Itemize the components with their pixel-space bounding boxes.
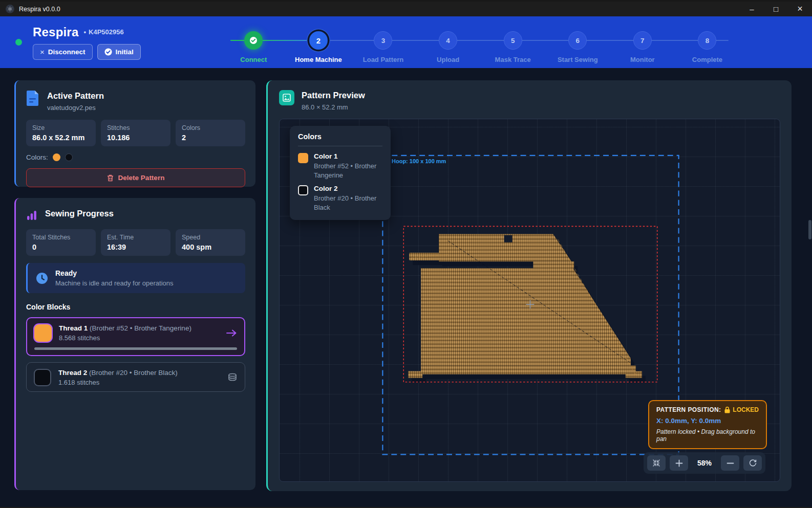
pattern-notch <box>504 235 512 242</box>
active-pattern-title: Active Pattern <box>47 90 104 101</box>
brand-title: Respira <box>33 25 78 39</box>
stat-total-stitches: Total Stitches 0 <box>26 229 96 256</box>
step-number: 4 <box>439 31 457 50</box>
legend-swatch-1 <box>298 153 308 163</box>
stat-colors: Colors 2 <box>176 120 245 146</box>
thread-1-stitch-count: 8.568 stitches <box>59 334 219 342</box>
stat-speed: Speed 400 spm <box>176 229 245 256</box>
thread-1-swatch <box>34 324 52 342</box>
step-upload[interactable]: 4 Upload <box>416 16 481 68</box>
workflow-stepper: Connect 2 Home Machine 3 Load Pattern 4 … <box>221 16 740 68</box>
color-swatch-1 <box>53 153 60 161</box>
x-icon: × <box>40 48 45 56</box>
embroidery-pattern <box>408 234 642 378</box>
minus-icon <box>726 459 734 467</box>
active-pattern-card: Active Pattern valetudogv2.pes Size 86.0… <box>14 80 255 187</box>
initial-button[interactable]: Initial <box>97 44 141 60</box>
sewing-progress-title: Sewing Progress <box>45 208 114 218</box>
window-titlebar: Respira v0.0.0 – □ × <box>0 0 812 16</box>
thread-2-stitch-count: 1.618 stitches <box>58 379 220 386</box>
minimize-button[interactable]: – <box>740 2 764 16</box>
app-header: Respira •K4P502956 × Disconnect Initial <box>0 16 812 68</box>
preview-dimensions: 86.0 × 52.2 mm <box>302 103 365 111</box>
sewing-progress-card: Sewing Progress Total Stitches 0 Est. Ti… <box>14 198 255 490</box>
step-complete[interactable]: 8 Complete <box>675 16 740 68</box>
fit-view-button[interactable] <box>647 455 666 471</box>
preview-title: Pattern Preview <box>302 90 365 100</box>
step-monitor[interactable]: 7 Monitor <box>610 16 675 68</box>
step-number: 2 <box>309 31 328 50</box>
colors-legend: Colors Color 1 Brother #52 • Brother Tan… <box>290 126 391 220</box>
step-done-check-icon <box>244 31 263 50</box>
disconnect-button[interactable]: × Disconnect <box>33 44 93 60</box>
document-icon <box>26 90 39 106</box>
legend-item-color2: Color 2 Brother #20 • Brother Black <box>298 185 382 212</box>
step-number: 7 <box>633 31 652 50</box>
legend-item-color1: Color 1 Brother #52 • Brother Tangerine <box>298 152 382 180</box>
chart-bars-icon <box>26 208 37 221</box>
reset-view-button[interactable] <box>743 455 762 471</box>
connection-status-dot <box>15 39 22 46</box>
legend-swatch-2 <box>298 185 308 195</box>
step-home-machine[interactable]: 2 Home Machine <box>286 16 351 68</box>
preview-canvas[interactable]: Hoop: 100 x 100 mm Colors Color 1 Brothe… <box>279 119 780 482</box>
machine-serial: •K4P502956 <box>83 28 123 36</box>
step-number: 8 <box>698 31 716 50</box>
fit-view-icon <box>652 459 660 467</box>
delete-pattern-button[interactable]: Delete Pattern <box>26 168 245 187</box>
maximize-button[interactable]: □ <box>764 2 788 16</box>
status-title: Ready <box>55 269 174 277</box>
step-connect[interactable]: Connect <box>221 16 286 68</box>
thread-block-2[interactable]: Thread 2 (Brother #20 • Brother Black) 1… <box>26 362 245 392</box>
hoop-size-label: Hoop: 100 x 100 mm <box>392 158 446 164</box>
clock-icon <box>36 272 48 284</box>
plus-icon <box>675 459 683 467</box>
step-load-pattern[interactable]: 3 Load Pattern <box>351 16 416 68</box>
layers-icon <box>227 372 238 383</box>
reset-view-icon <box>749 459 757 468</box>
image-icon <box>279 90 294 105</box>
pattern-coordinates: X: 0.0mm, Y: 0.0mm <box>656 417 759 425</box>
lock-icon <box>724 407 730 413</box>
trash-icon <box>107 174 114 182</box>
window-title: Respira v0.0.0 <box>19 6 60 13</box>
pattern-position-overlay: PATTERN POSITION: LOCKED X: 0.0mm, Y: 0.… <box>648 400 767 449</box>
locked-badge: LOCKED <box>724 406 759 413</box>
step-start-sewing[interactable]: 6 Start Sewing <box>545 16 610 68</box>
color-blocks-heading: Color Blocks <box>26 303 245 311</box>
color-swatch-2 <box>65 153 73 161</box>
step-mask-trace[interactable]: 5 Mask Trace <box>480 16 545 68</box>
stat-est-time: Est. Time 16:39 <box>101 229 170 256</box>
zoom-level: 58% <box>692 459 717 467</box>
zoom-out-button[interactable] <box>721 455 739 471</box>
stat-stitches: Stitches 10.186 <box>101 120 170 146</box>
status-description: Machine is idle and ready for operations <box>55 279 174 287</box>
step-number: 3 <box>374 31 392 50</box>
pan-hint: Pattern locked • Drag background to pan <box>656 428 759 443</box>
thread-block-1[interactable]: Thread 1 (Brother #52 • Brother Tangerin… <box>26 317 245 356</box>
stat-size: Size 86.0 x 52.2 mm <box>26 120 96 146</box>
pattern-preview-panel: Pattern Preview 86.0 × 52.2 mm <box>266 80 792 491</box>
colors-label: Colors: <box>26 153 48 161</box>
app-icon <box>6 5 14 13</box>
thread-2-swatch <box>34 369 51 386</box>
machine-status-banner: Ready Machine is idle and ready for oper… <box>26 263 245 293</box>
zoom-in-button[interactable] <box>670 455 688 471</box>
step-number: 5 <box>504 31 522 50</box>
check-circle-icon <box>104 48 112 56</box>
window-scrollbar-thumb[interactable] <box>808 220 811 239</box>
pattern-filename: valetudogv2.pes <box>47 104 104 112</box>
zoom-controls: 58% <box>644 452 765 474</box>
thread-1-progress-bar <box>34 347 237 350</box>
close-button[interactable]: × <box>788 2 812 16</box>
step-number: 6 <box>568 31 587 50</box>
arrow-right-icon <box>226 328 237 338</box>
